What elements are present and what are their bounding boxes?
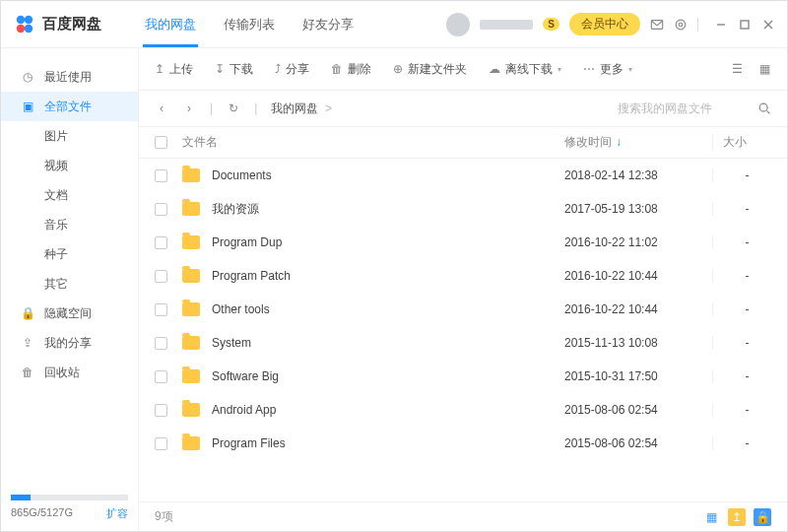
row-checkbox[interactable] [155,270,167,283]
view-tile-icon[interactable]: ▦ [702,508,720,526]
file-size: - [712,269,771,283]
offline-download-button[interactable]: ☁离线下载 ▾ [489,61,561,78]
file-size: - [712,403,771,417]
file-row[interactable]: Other tools2016-10-22 10:44- [139,293,787,326]
file-row[interactable]: Program Dup2016-10-22 11:02- [139,226,787,259]
file-name: Other tools [212,302,270,316]
new-folder-button[interactable]: ⊕新建文件夹 [393,61,467,78]
sidebar-item-8[interactable]: 🔒隐藏空间 [1,299,138,328]
storage-meter: 865G/5127G 扩容 [1,487,138,531]
sidebar-item-2[interactable]: 图片 [1,121,138,151]
member-center-button[interactable]: 会员中心 [569,13,640,35]
folder-icon [182,202,200,216]
search-input[interactable] [618,101,746,115]
file-row[interactable]: Program Files2015-08-06 02:54- [139,427,787,460]
sidebar-item-label: 最近使用 [44,69,92,86]
mail-icon[interactable] [650,18,664,32]
row-checkbox[interactable] [155,303,167,316]
tab-2[interactable]: 好友分享 [289,1,367,47]
file-list: Documents2018-02-14 12:38-我的资源2017-05-19… [139,159,787,501]
title-bar: 百度网盘 我的网盘传输列表好友分享 S 会员中心 [1,1,787,48]
delete-button[interactable]: 🗑删除 [331,61,371,78]
lock-icon[interactable]: 🔒 [754,508,771,526]
row-checkbox[interactable] [155,370,167,383]
tab-1[interactable]: 传输列表 [210,1,289,47]
svg-point-2 [17,24,25,32]
file-name: 我的资源 [212,201,259,218]
file-row[interactable]: Software Big2015-10-31 17:50- [139,360,787,393]
sidebar: ◷最近使用▣全部文件图片视频文档音乐种子其它🔒隐藏空间⇪我的分享🗑回收站 865… [1,48,139,531]
file-size: - [712,235,771,249]
toolbar: ↥上传 ↧下载 ⤴分享 🗑删除 ⊕新建文件夹 ☁离线下载 ▾ ⋯更多 ▾ ☰ ▦ [139,48,787,90]
app-logo: 百度网盘 [13,13,101,36]
file-row[interactable]: System2015-11-13 10:08- [139,326,787,360]
sidebar-item-label: 其它 [44,276,68,293]
column-size[interactable]: 大小 [712,134,771,151]
transfer-icon[interactable]: ↥ [728,508,746,526]
row-checkbox[interactable] [155,404,167,417]
view-grid-icon[interactable]: ▦ [757,62,771,76]
svg-point-0 [17,15,25,23]
main-panel: ↥上传 ↧下载 ⤴分享 🗑删除 ⊕新建文件夹 ☁离线下载 ▾ ⋯更多 ▾ ☰ ▦… [139,48,787,531]
svg-rect-8 [741,21,749,29]
sort-icon[interactable]: ☰ [730,62,744,76]
column-time[interactable]: 修改时间↓ [564,134,712,151]
row-checkbox[interactable] [155,203,167,216]
trash-icon: 🗑 [21,366,34,379]
sidebar-item-5[interactable]: 音乐 [1,210,138,239]
sidebar-item-9[interactable]: ⇪我的分享 [1,328,138,358]
expand-storage-link[interactable]: 扩容 [106,506,128,521]
folder-icon [182,302,200,316]
column-name[interactable]: 文件名 [182,134,564,151]
row-checkbox[interactable] [155,169,167,182]
sidebar-item-4[interactable]: 文档 [1,180,138,210]
select-all-checkbox[interactable] [155,136,167,149]
file-name: Program Dup [212,235,282,249]
nav-back-button[interactable]: ‹ [155,101,168,115]
sidebar-item-3[interactable]: 视频 [1,151,138,180]
sidebar-item-6[interactable]: 种子 [1,239,138,269]
upload-button[interactable]: ↥上传 [155,61,193,78]
username[interactable] [480,20,533,30]
file-size: - [712,202,771,216]
file-row[interactable]: Android App2015-08-06 02:54- [139,393,787,427]
file-name: System [212,336,251,350]
svg-point-1 [25,15,33,23]
svg-point-5 [676,20,686,30]
tab-0[interactable]: 我的网盘 [131,1,210,47]
nav-forward-button[interactable]: › [182,101,196,115]
sidebar-item-0[interactable]: ◷最近使用 [1,62,138,92]
sidebar-item-label: 图片 [44,128,68,145]
sidebar-item-label: 我的分享 [44,335,92,352]
sidebar-item-10[interactable]: 🗑回收站 [1,358,138,387]
more-button[interactable]: ⋯更多 ▾ [583,61,632,78]
row-checkbox[interactable] [155,236,167,249]
minimize-button[interactable] [714,18,728,32]
file-size: - [712,336,771,350]
row-checkbox[interactable] [155,437,167,450]
share-button[interactable]: ⤴分享 [275,61,309,78]
search-icon[interactable] [757,101,771,115]
sidebar-item-7[interactable]: 其它 [1,269,138,299]
file-row[interactable]: 我的资源2017-05-19 13:08- [139,192,787,226]
file-time: 2015-10-31 17:50 [564,369,712,383]
storage-text: 865G/5127G [11,506,73,521]
sidebar-item-label: 视频 [44,158,68,174]
app-name: 百度网盘 [42,15,101,33]
maximize-button[interactable] [738,18,752,32]
file-time: 2015-08-06 02:54 [564,403,712,417]
settings-icon[interactable] [674,18,688,32]
file-row[interactable]: Program Patch2016-10-22 10:44- [139,259,787,293]
avatar[interactable] [446,13,470,36]
folder-icon [182,269,200,283]
folder-icon [182,235,200,249]
close-button[interactable] [761,18,775,32]
main-tabs: 我的网盘传输列表好友分享 [131,1,367,47]
sort-desc-icon: ↓ [616,135,622,149]
sidebar-item-1[interactable]: ▣全部文件 [1,92,138,121]
row-checkbox[interactable] [155,337,167,350]
download-button[interactable]: ↧下载 [215,61,253,78]
breadcrumb[interactable]: 我的网盘 > [271,100,332,117]
file-row[interactable]: Documents2018-02-14 12:38- [139,159,787,192]
refresh-button[interactable]: ↻ [227,101,240,115]
